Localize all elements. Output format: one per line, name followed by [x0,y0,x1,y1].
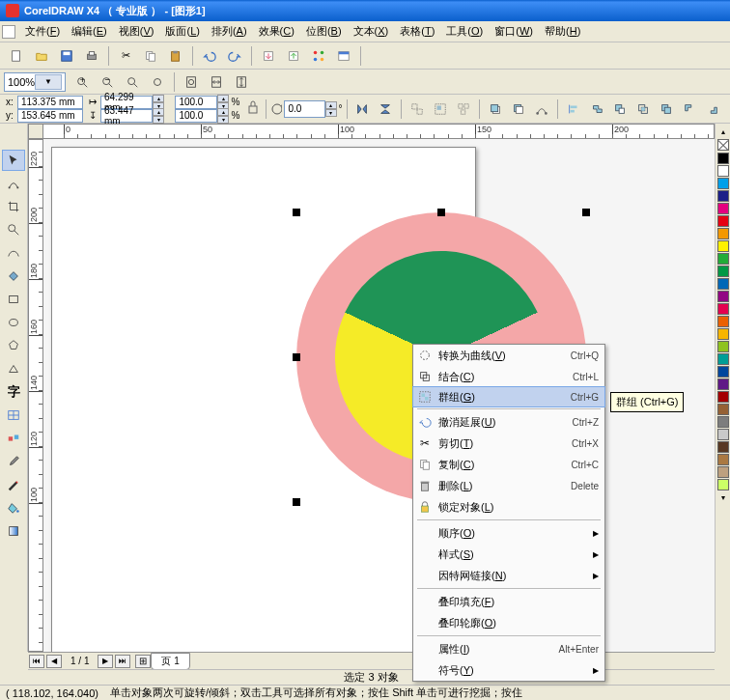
menu-f[interactable]: 文件(F) [19,22,66,41]
zoom-in-button[interactable]: + [71,71,93,93]
print-button[interactable] [81,45,102,67]
spin-down[interactable]: ▾ [153,116,164,124]
export-button[interactable] [283,45,304,67]
menu-t[interactable]: 表格(T) [394,22,440,41]
app-launcher-button[interactable] [308,45,329,67]
spin-up[interactable]: ▴ [153,108,164,116]
color-swatch[interactable] [717,391,729,403]
spin-up[interactable]: ▴ [153,95,164,102]
zoom-all-button[interactable] [147,71,168,93]
color-swatch[interactable] [717,341,729,352]
back-minus-front-button[interactable] [703,98,722,120]
ctx-delete-icon[interactable]: 删除(L)Delete [413,475,604,496]
mirror-vertical-button[interactable] [376,98,395,120]
color-swatch[interactable] [717,353,729,365]
menu-a[interactable]: 排列(A) [206,22,253,41]
prev-page-button[interactable]: ◀ [46,655,62,668]
x-input[interactable]: 113.375 mm [17,96,83,109]
ctx-lock-icon[interactable]: 锁定对象(L) [413,496,604,518]
save-button[interactable] [56,45,77,67]
ctx-顺序[interactable]: 顺序(O)▶ [413,522,604,544]
ctx-combine-icon[interactable]: 结合(C)Ctrl+L [413,366,604,387]
color-swatch[interactable] [717,291,729,302]
spin-up[interactable]: ▴ [217,95,229,102]
zoom-page-button[interactable] [181,71,202,93]
rectangle-tool[interactable] [2,289,25,310]
ungroup-button[interactable] [407,98,427,120]
new-button[interactable] [6,45,27,67]
trim-button[interactable] [610,98,630,120]
zoom-combo[interactable]: 100% ▼ [4,72,66,92]
color-swatch[interactable] [717,190,729,202]
ctx-符号[interactable]: 符号(Y)▶ [413,659,604,681]
zoom-out-button[interactable]: − [97,71,118,93]
paste-button[interactable] [165,45,186,67]
color-swatch[interactable] [717,328,729,340]
zoom-height-button[interactable] [231,71,252,93]
ctx-undo-stretch-icon[interactable]: 撤消延展(U)Ctrl+Z [413,411,604,433]
color-swatch[interactable] [717,253,729,265]
menu-h[interactable]: 帮助(H) [539,22,586,41]
selection-handle[interactable] [437,209,445,216]
polygon-tool[interactable] [2,335,25,356]
spin-down[interactable]: ▾ [217,116,229,124]
last-page-button[interactable]: ⏭ [115,655,130,668]
convert-curves-button[interactable] [532,98,551,120]
fill-tool[interactable] [2,497,25,518]
ruler-origin[interactable] [28,124,43,139]
menu-l[interactable]: 版面(L) [159,22,205,41]
eyedropper-tool[interactable] [2,451,25,472]
color-swatch[interactable] [717,479,729,490]
import-button[interactable] [258,45,279,67]
color-swatch[interactable] [717,215,729,227]
align-button[interactable] [564,98,583,120]
ctx-样式[interactable]: 样式(S)▶ [413,544,604,565]
next-page-button[interactable]: ▶ [98,655,113,668]
color-swatch[interactable] [717,203,729,214]
ctx-convert-curves-icon[interactable]: 转换为曲线(V)Ctrl+Q [413,345,604,366]
palette-down-button[interactable]: ▾ [721,493,725,502]
menu-e[interactable]: 编辑(E) [66,22,113,41]
front-minus-back-button[interactable] [680,98,699,120]
menu-b[interactable]: 位图(B) [300,22,348,41]
rotation-input[interactable]: 0.0 [284,100,324,118]
height-input[interactable]: 63.447 mm [100,109,153,123]
scale-y-input[interactable]: 100.0 [175,109,217,123]
interactive-tool[interactable] [2,428,25,449]
spin-down[interactable]: ▾ [325,109,337,117]
menu-v[interactable]: 视图(V) [113,22,160,41]
color-swatch[interactable] [717,165,729,177]
to-back-button[interactable] [509,98,528,120]
freehand-tool[interactable] [2,242,25,264]
zoom-selection-button[interactable] [122,71,143,93]
undo-button[interactable] [199,45,220,67]
redo-button[interactable] [224,45,245,67]
table-tool[interactable] [2,405,25,426]
zoom-width-button[interactable] [206,71,227,93]
spin-up[interactable]: ▴ [325,101,337,109]
zoom-tool[interactable] [2,219,25,240]
selection-handle[interactable] [293,353,300,361]
pick-tool[interactable] [2,150,25,171]
group-button[interactable] [431,98,450,120]
color-swatch[interactable] [717,441,729,453]
color-swatch[interactable] [717,278,729,290]
palette-up-button[interactable]: ▴ [721,127,725,136]
mirror-horizontal-button[interactable] [352,98,372,120]
ctx-因特网链接[interactable]: 因特网链接(N)▶ [413,565,604,586]
outline-tool[interactable] [2,474,25,495]
no-color-swatch[interactable] [717,139,729,151]
selection-handle[interactable] [293,209,300,216]
selection-handle[interactable] [293,498,300,506]
color-swatch[interactable] [717,466,729,478]
intersect-button[interactable] [633,98,653,120]
color-swatch[interactable] [717,316,729,327]
color-swatch[interactable] [717,429,729,440]
ctx-copy-icon[interactable]: 复制(C)Ctrl+C [413,454,604,475]
text-tool[interactable]: 字 [2,381,25,403]
page-tab[interactable]: 页 1 [151,653,189,670]
ctx-叠印轮廓[interactable]: 叠印轮廓(O) [413,612,604,633]
copy-button[interactable] [140,45,161,67]
welcome-button[interactable] [333,45,354,67]
scale-x-input[interactable]: 100.0 [175,96,217,109]
